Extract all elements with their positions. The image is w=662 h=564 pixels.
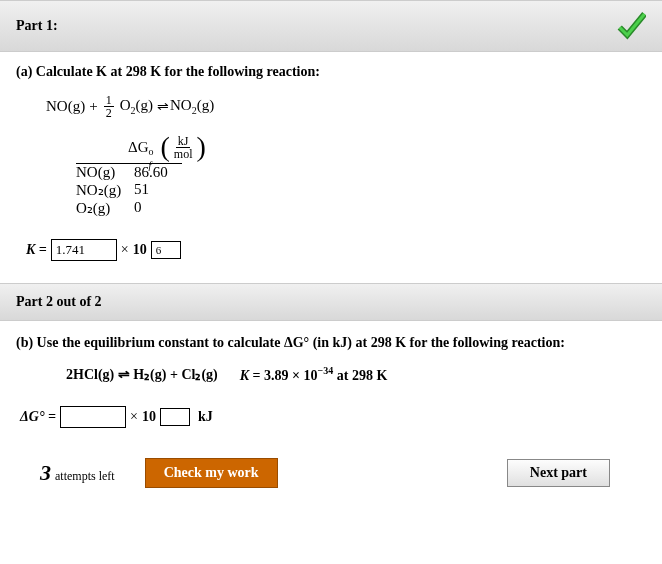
species-table: NO(g) 86.60 NO₂(g) 51 O₂(g) 0: [76, 163, 182, 217]
attempts-left: 3attempts left: [40, 460, 115, 486]
k-coefficient-input[interactable]: [51, 239, 117, 261]
k-exponent-input[interactable]: [151, 241, 181, 259]
reactant-no: NO(g): [46, 98, 85, 115]
table-row: O₂(g) 0: [76, 199, 182, 217]
plus-sign: +: [89, 98, 97, 115]
deltag-answer-row: ΔG° = × 10 kJ: [20, 406, 646, 428]
k-label: K =: [26, 242, 47, 258]
ten-base: 10: [133, 242, 147, 258]
table-heading: ΔGof ( kJ mol ): [128, 133, 646, 161]
prompt-b: (b) Use the equilibrium constant to calc…: [16, 335, 646, 351]
footer-bar: 3attempts left Check my work Next part: [16, 442, 646, 508]
product-no2: NO2(g): [170, 97, 214, 116]
table-row: NO(g) 86.60: [76, 164, 182, 181]
part2-reaction: 2HCl(g) ⇌ H₂(g) + Cl₂(g) K K = 3.89 × 10…: [66, 365, 646, 384]
equilibrium-arrow-icon: ⇌: [157, 103, 166, 110]
times-sign: ×: [130, 409, 138, 425]
one-half: 1 2: [104, 94, 114, 119]
reaction-text: 2HCl(g) ⇌ H₂(g) + Cl₂(g): [66, 366, 218, 383]
part1-title: Part 1:: [16, 18, 58, 34]
reactant-o2: O2(g): [120, 97, 153, 116]
part1-header: Part 1:: [0, 0, 662, 52]
k-value-display: = 3.89 × 10−34 at 298 K: [253, 368, 388, 383]
deltag-label: ΔG° =: [20, 409, 56, 425]
unit-fraction: ( kJ mol ): [160, 133, 205, 161]
k-answer-row: K = × 10: [26, 239, 646, 261]
times-sign: ×: [121, 242, 129, 258]
ten-base: 10: [142, 409, 156, 425]
deltag-coefficient-input[interactable]: [60, 406, 126, 428]
part1-content: (a) Calculate K at 298 K for the followi…: [0, 52, 662, 283]
part2-title: Part 2 out of 2: [16, 294, 102, 310]
table-row: NO₂(g) 51: [76, 181, 182, 199]
unit-kj: kJ: [198, 409, 213, 425]
delta-g-symbol: ΔGof: [128, 139, 148, 156]
checkmark-icon: [616, 11, 646, 41]
next-part-button[interactable]: Next part: [507, 459, 610, 487]
deltag-exponent-input[interactable]: [160, 408, 190, 426]
part2-header: Part 2 out of 2: [0, 283, 662, 321]
gibbs-table: ΔGof ( kJ mol ) NO(g) 86.60 NO₂(g) 51: [76, 133, 646, 217]
prompt-a: (a) Calculate K at 298 K for the followi…: [16, 64, 646, 80]
part2-content: (b) Use the equilibrium constant to calc…: [0, 321, 662, 518]
check-my-work-button[interactable]: Check my work: [145, 458, 278, 488]
reaction-equation: NO(g) + 1 2 O2(g) ⇌ NO2(g): [46, 94, 646, 119]
